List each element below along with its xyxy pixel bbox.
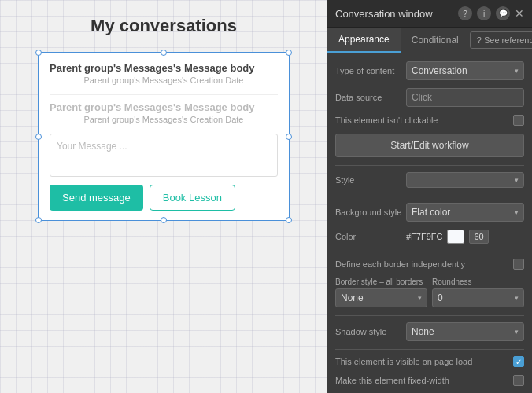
shadow-control: None ▾ (406, 322, 524, 341)
bg-style-chevron: ▾ (515, 208, 519, 216)
type-of-content-select[interactable]: Conversation ▾ (406, 61, 524, 80)
fixed-width-checkbox[interactable] (513, 375, 524, 386)
handle-ml[interactable] (35, 134, 42, 140)
not-clickable-label: This element isn't clickable (335, 116, 513, 125)
roundness-chevron: ▾ (515, 294, 519, 302)
border-indep-label: Define each border independently (335, 259, 513, 269)
data-source-select[interactable]: Click (406, 88, 524, 107)
bg-style-value: Flat color (412, 207, 450, 218)
roundness-value: 0 (438, 292, 443, 303)
divider-1 (335, 165, 524, 166)
canvas-content: My conversations Parent group's Messages… (0, 0, 327, 393)
shadow-label: Shadow style (335, 327, 406, 336)
type-of-content-control: Conversation ▾ (406, 61, 524, 80)
border-roundness-row: Border style – all borders None ▾ Roundn… (335, 277, 524, 307)
book-lesson-button[interactable]: Book Lesson (150, 185, 235, 211)
border-style-value: None (341, 292, 364, 303)
input-placeholder: Your Message ... (57, 141, 127, 152)
close-icon[interactable]: ✕ (515, 7, 524, 20)
color-label: Color (335, 232, 406, 241)
message-2-date: Parent group's Messages's Creation Date (50, 115, 278, 124)
panel-title: Conversation window (335, 8, 433, 20)
divider-2 (335, 196, 524, 196)
message-2-body: Parent group's Messages's Message body (50, 101, 278, 113)
type-of-content-chevron: ▾ (515, 67, 519, 75)
chat-icon[interactable]: 💬 (496, 6, 510, 20)
handle-bl[interactable] (35, 217, 42, 223)
message-1-body: Parent group's Messages's Message body (50, 62, 278, 74)
data-source-row: Data source Click (335, 88, 524, 107)
tab-conditional[interactable]: Conditional (401, 28, 470, 52)
panel-header: Conversation window ? i 💬 ✕ (327, 0, 532, 28)
shadow-value: None (412, 326, 434, 337)
type-of-content-value: Conversation (412, 65, 467, 76)
handle-mr[interactable] (286, 134, 292, 140)
right-panel: Conversation window ? i 💬 ✕ Appearance C… (327, 0, 532, 393)
handle-tc[interactable] (161, 50, 167, 56)
data-source-value: Click (412, 92, 432, 103)
type-of-content-row: Type of content Conversation ▾ (335, 61, 524, 80)
bg-style-row: Background style Flat color ▾ (335, 203, 524, 222)
bg-style-label: Background style (335, 208, 406, 217)
roundness-col: Roundness 0 ▾ (432, 277, 524, 307)
send-message-button[interactable]: Send message (50, 185, 143, 211)
style-label: Style (335, 175, 406, 185)
roundness-input[interactable]: 0 ▾ (432, 288, 524, 307)
message-item-2: Parent group's Messages's Message body P… (50, 101, 278, 124)
fixed-width-row: Make this element fixed-width (335, 375, 524, 386)
shadow-select[interactable]: None ▾ (406, 322, 524, 341)
border-indep-checkbox[interactable] (513, 259, 524, 270)
conversation-widget[interactable]: Parent group's Messages's Message body P… (38, 52, 290, 221)
panel-icons: ? i 💬 ✕ (458, 6, 524, 20)
workflow-button[interactable]: Start/Edit workflow (335, 134, 524, 157)
widget-buttons: Send message Book Lesson (50, 185, 278, 211)
not-clickable-checkbox[interactable] (513, 115, 524, 126)
visible-checkbox[interactable]: ✓ (513, 356, 524, 367)
border-style-col: Border style – all borders None ▾ (335, 277, 427, 307)
color-control: #F7F9FC 60 (406, 230, 524, 244)
handle-tl[interactable] (35, 50, 42, 56)
info-icon[interactable]: i (477, 6, 491, 20)
border-style-label: Border style – all borders (335, 277, 427, 286)
handle-br[interactable] (286, 217, 292, 223)
bg-style-select[interactable]: Flat color ▾ (406, 203, 524, 222)
tab-appearance[interactable]: Appearance (327, 28, 401, 53)
data-source-label: Data source (335, 93, 406, 102)
style-row: Style ▾ (335, 172, 524, 188)
not-clickable-row: This element isn't clickable (335, 115, 524, 126)
shadow-row: Shadow style None ▾ (335, 322, 524, 341)
border-style-chevron: ▾ (418, 294, 422, 302)
roundness-label: Roundness (432, 277, 524, 286)
style-select[interactable]: ▾ (406, 172, 524, 188)
color-swatch[interactable] (447, 230, 464, 244)
color-swatch-row: #F7F9FC 60 (406, 230, 524, 244)
bg-style-control: Flat color ▾ (406, 203, 524, 222)
style-chevron: ▾ (515, 176, 519, 184)
fixed-width-label: Make this element fixed-width (335, 376, 513, 385)
handle-tr[interactable] (286, 50, 292, 56)
message-input[interactable]: Your Message ... (50, 134, 278, 177)
color-hex-value: #F7F9FC (406, 232, 442, 241)
divider-3 (335, 252, 524, 252)
page-title: My conversations (91, 16, 237, 36)
panel-body: Type of content Conversation ▾ Data sour… (327, 53, 532, 393)
canvas-area: My conversations Parent group's Messages… (0, 0, 327, 393)
border-indep-row: Define each border independently (335, 259, 524, 270)
style-control: ▾ (406, 172, 524, 188)
color-opacity[interactable]: 60 (469, 230, 488, 244)
divider-5 (335, 349, 524, 350)
type-of-content-label: Type of content (335, 66, 406, 75)
visible-row: This element is visible on page load ✓ (335, 356, 524, 367)
panel-tabs: Appearance Conditional ? See reference → (327, 28, 532, 53)
divider-4 (335, 315, 524, 316)
border-style-select[interactable]: None ▾ (335, 288, 427, 307)
data-source-control: Click (406, 88, 524, 107)
shadow-chevron: ▾ (515, 328, 519, 336)
color-row: Color #F7F9FC 60 (335, 230, 524, 244)
message-1-date: Parent group's Messages's Creation Date (50, 75, 278, 85)
message-item-1: Parent group's Messages's Message body P… (50, 62, 278, 85)
question-icon[interactable]: ? (458, 6, 472, 20)
handle-bc[interactable] (161, 217, 167, 223)
message-divider (50, 94, 278, 95)
tab-see-reference[interactable]: ? See reference → (470, 31, 532, 49)
